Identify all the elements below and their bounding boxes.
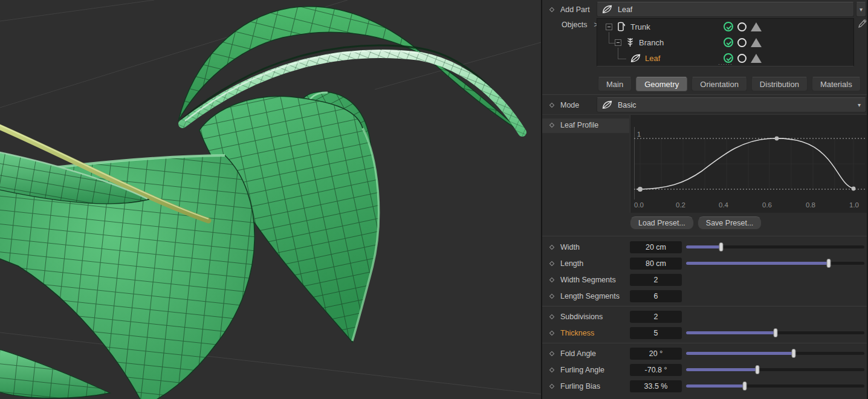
divider <box>542 94 867 95</box>
param-row-width: Width 20 cm <box>542 239 867 255</box>
slider-handle[interactable] <box>743 381 747 391</box>
width-slider[interactable] <box>686 245 864 248</box>
diamond-icon <box>549 103 554 108</box>
enabled-check-icon[interactable] <box>724 37 733 47</box>
circle-toggle-icon[interactable] <box>737 22 747 31</box>
leaf-profile-curve: 1 0.0 0.2 0.4 0.6 0.8 1.0 <box>630 115 867 213</box>
svg-text:0.8: 0.8 <box>806 201 815 209</box>
circle-toggle-icon[interactable] <box>737 38 747 47</box>
param-row-length: Length 80 cm <box>542 255 867 271</box>
param-label: Fold Angle <box>560 349 596 358</box>
diamond-icon <box>549 351 554 355</box>
length-input[interactable]: 80 cm <box>630 258 682 270</box>
slider-handle[interactable] <box>719 242 723 251</box>
tab-main[interactable]: Main <box>598 77 632 91</box>
slider-handle[interactable] <box>827 259 831 268</box>
param-label: Subdivisions <box>560 313 603 321</box>
attributes-panel: Add Part Leaf ▾ Objects > <box>542 0 867 399</box>
edit-pencil-icon[interactable] <box>857 18 867 29</box>
width-segments-input[interactable]: 2 <box>630 274 682 286</box>
fold-angle-input[interactable]: 20 ° <box>630 348 682 360</box>
trunk-icon <box>617 21 626 32</box>
leaf-icon <box>630 54 641 63</box>
tree-item-name: Branch <box>639 38 664 47</box>
slider-handle[interactable] <box>773 328 777 337</box>
diamond-icon <box>549 367 554 372</box>
add-part-dropdown-button[interactable]: ▾ <box>856 2 866 17</box>
tree-item-name-selected: Leaf <box>645 54 660 63</box>
diamond-icon <box>549 383 554 388</box>
curve-x-tick-labels: 0.0 0.2 0.4 0.6 0.8 1.0 <box>634 201 859 209</box>
add-part-combobox[interactable]: Leaf <box>597 2 854 17</box>
furling-angle-input[interactable]: -70.8 ° <box>630 364 682 376</box>
subdivisions-input[interactable]: 2 <box>630 311 682 323</box>
param-label: Length <box>560 259 583 268</box>
diamond-icon <box>549 314 554 319</box>
param-row-fold-angle: Fold Angle 20 ° <box>542 345 867 362</box>
chevron-down-icon: ▾ <box>858 102 861 108</box>
tree-resize-handle[interactable]: ······ <box>718 61 733 67</box>
thickness-slider[interactable] <box>686 331 864 334</box>
slider-handle[interactable] <box>756 365 760 374</box>
param-label: Width <box>560 243 580 251</box>
leaf-profile-curve-editor[interactable]: 1 0.0 0.2 0.4 0.6 0.8 1.0 <box>630 115 867 213</box>
fold-angle-slider[interactable] <box>686 352 864 355</box>
tab-orientation[interactable]: Orientation <box>691 77 747 91</box>
param-row-thickness: Thickness 5 <box>542 325 867 341</box>
mode-combobox[interactable]: Basic ▾ <box>597 97 866 112</box>
diamond-icon <box>549 293 554 298</box>
diamond-icon <box>549 123 554 128</box>
mode-value: Basic <box>618 101 636 109</box>
enabled-check-icon[interactable] <box>724 22 733 31</box>
circle-toggle-icon[interactable] <box>737 54 747 63</box>
param-label: Furling Angle <box>560 366 604 374</box>
svg-text:0.2: 0.2 <box>676 201 685 209</box>
load-preset-button[interactable]: Load Preset... <box>630 216 694 230</box>
plant-model-render <box>0 0 541 399</box>
furling-bias-input[interactable]: 33.5 % <box>630 380 682 392</box>
tree-row-branch[interactable]: Branch <box>597 34 853 50</box>
svg-text:0.6: 0.6 <box>762 201 772 209</box>
param-row-length-segments: Length Segments 6 <box>542 288 867 304</box>
mode-label-row: Mode <box>550 101 579 109</box>
param-row-subdivisions: Subdivisions 2 <box>542 308 867 325</box>
diamond-icon <box>549 244 554 249</box>
mode-label: Mode <box>560 101 579 109</box>
leaf-profile-label-row[interactable]: Leaf Profile > <box>550 121 635 129</box>
triangle-toggle-icon[interactable] <box>751 38 762 47</box>
slider-handle[interactable] <box>792 349 796 358</box>
param-row-width-segments: Width Segments 2 <box>542 271 867 288</box>
curve-gridlines <box>634 138 865 189</box>
leaf-icon <box>602 5 612 14</box>
3d-viewport[interactable] <box>0 0 542 399</box>
length-segments-input[interactable]: 6 <box>630 290 682 302</box>
tab-materials[interactable]: Materials <box>812 77 861 91</box>
param-label: Furling Bias <box>560 382 600 391</box>
tree-row-trunk[interactable]: Trunk <box>597 19 853 34</box>
param-label-highlighted: Thickness <box>560 329 594 337</box>
divider <box>542 306 867 307</box>
triangle-toggle-icon[interactable] <box>751 22 762 31</box>
diamond-icon <box>549 330 554 335</box>
svg-text:1.0: 1.0 <box>849 201 859 209</box>
diamond-icon <box>549 261 554 265</box>
tree-item-name: Trunk <box>630 22 650 31</box>
objects-label-row: Objects > <box>562 21 598 29</box>
application-window: Add Part Leaf ▾ Objects > <box>0 0 868 399</box>
collapse-expander-icon[interactable] <box>615 39 621 46</box>
collapse-expander-icon[interactable] <box>606 24 612 30</box>
attribute-tabs: Main Geometry Orientation Distribution M… <box>598 77 861 91</box>
tab-distribution[interactable]: Distribution <box>751 77 808 91</box>
thickness-input[interactable]: 5 <box>630 327 682 339</box>
furling-bias-slider[interactable] <box>686 384 864 388</box>
triangle-toggle-icon[interactable] <box>751 54 762 63</box>
save-preset-button[interactable]: Save Preset... <box>698 216 762 230</box>
diamond-icon <box>549 7 554 12</box>
width-input[interactable]: 20 cm <box>630 241 682 253</box>
diamond-icon <box>549 277 554 282</box>
tab-geometry[interactable]: Geometry <box>636 77 687 91</box>
length-slider[interactable] <box>686 262 864 265</box>
divider <box>542 343 867 343</box>
svg-text:0.0: 0.0 <box>634 201 644 209</box>
furling-angle-slider[interactable] <box>686 368 864 371</box>
